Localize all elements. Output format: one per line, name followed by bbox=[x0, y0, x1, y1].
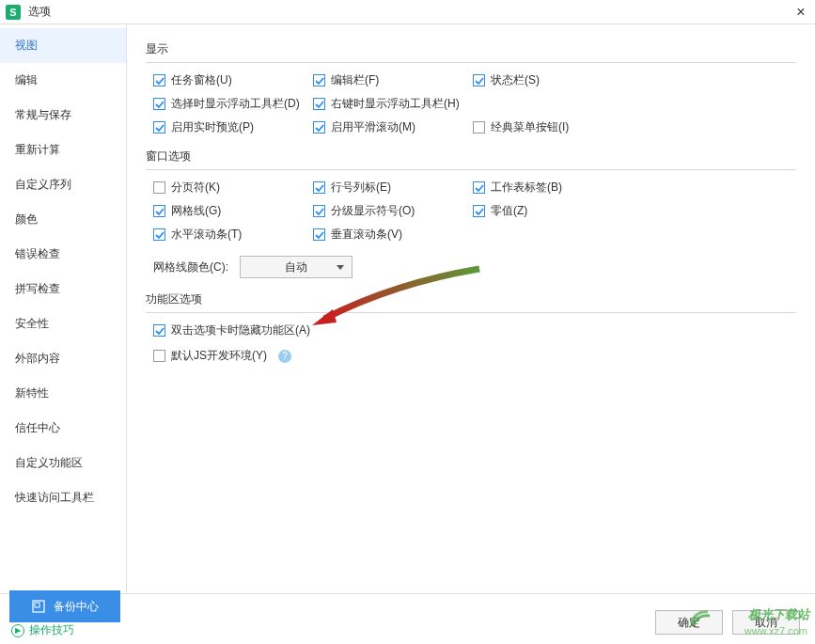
display-checkbox-3[interactable] bbox=[153, 98, 165, 110]
content-panel: 显示 任务窗格(U)编辑栏(F)状态栏(S)选择时显示浮动工具栏(D)右键时显示… bbox=[127, 24, 815, 593]
sidebar-item-7[interactable]: 拼写检查 bbox=[0, 272, 126, 306]
function-row-1: 默认JS开发环境(Y)? bbox=[146, 348, 796, 364]
window-checkbox-3[interactable] bbox=[153, 205, 165, 217]
cancel-button[interactable]: 取消 bbox=[732, 610, 800, 635]
display-row-7: 启用平滑滚动(M) bbox=[313, 119, 473, 135]
backup-icon bbox=[31, 599, 46, 614]
gridline-color-label: 网格线颜色(C): bbox=[153, 259, 228, 275]
display-label-3[interactable]: 选择时显示浮动工具栏(D) bbox=[171, 96, 300, 112]
display-label-6[interactable]: 启用实时预览(P) bbox=[171, 119, 254, 135]
display-checkbox-1[interactable] bbox=[313, 74, 325, 86]
window-label-0[interactable]: 分页符(K) bbox=[171, 180, 220, 196]
svg-rect-2 bbox=[35, 603, 39, 607]
app-icon: S bbox=[6, 5, 21, 20]
window-row-2: 工作表标签(B) bbox=[473, 180, 633, 196]
display-checkbox-0[interactable] bbox=[153, 74, 165, 86]
sidebar-item-9[interactable]: 外部内容 bbox=[0, 341, 126, 376]
sidebar-item-6[interactable]: 错误检查 bbox=[0, 237, 126, 272]
window-checkbox-5[interactable] bbox=[473, 205, 485, 217]
window-checkbox-0[interactable] bbox=[153, 181, 165, 194]
group-display-title: 显示 bbox=[146, 41, 796, 63]
window-checkbox-6[interactable] bbox=[153, 228, 165, 241]
window-label-7[interactable]: 垂直滚动条(V) bbox=[331, 227, 402, 243]
window-label-3[interactable]: 网格线(G) bbox=[171, 203, 221, 219]
display-checkbox-6[interactable] bbox=[153, 121, 165, 134]
group-window-title: 窗口选项 bbox=[146, 149, 796, 170]
tips-label: 操作技巧 bbox=[29, 622, 74, 638]
display-row-6: 启用实时预览(P) bbox=[153, 119, 313, 135]
sidebar: 视图编辑常规与保存重新计算自定义序列颜色错误检查拼写检查安全性外部内容新特性信任… bbox=[0, 24, 127, 593]
sidebar-item-8[interactable]: 安全性 bbox=[0, 306, 126, 341]
sidebar-item-11[interactable]: 信任中心 bbox=[0, 411, 126, 446]
window-label-5[interactable]: 零值(Z) bbox=[491, 203, 527, 219]
display-row-8: 经典菜单按钮(I) bbox=[473, 119, 633, 135]
sidebar-item-1[interactable]: 编辑 bbox=[0, 63, 126, 98]
window-row-6: 水平滚动条(T) bbox=[153, 227, 313, 243]
display-checkbox-2[interactable] bbox=[473, 74, 485, 86]
titlebar: S 选项 × bbox=[0, 0, 815, 24]
sidebar-item-5[interactable]: 颜色 bbox=[0, 202, 126, 237]
sidebar-item-13[interactable]: 快速访问工具栏 bbox=[0, 480, 126, 515]
window-checkbox-4[interactable] bbox=[313, 205, 325, 217]
sidebar-item-0[interactable]: 视图 bbox=[0, 28, 126, 63]
backup-center-button[interactable]: 备份中心 bbox=[9, 590, 120, 622]
window-row-7: 垂直滚动条(V) bbox=[313, 227, 473, 243]
ok-button[interactable]: 确定 bbox=[655, 610, 723, 635]
sidebar-item-12[interactable]: 自定义功能区 bbox=[0, 446, 126, 480]
display-grid: 任务窗格(U)编辑栏(F)状态栏(S)选择时显示浮动工具栏(D)右键时显示浮动工… bbox=[146, 72, 796, 135]
action-buttons: 确定 取消 bbox=[655, 610, 800, 635]
display-label-1[interactable]: 编辑栏(F) bbox=[331, 72, 379, 88]
display-label-0[interactable]: 任务窗格(U) bbox=[171, 72, 232, 88]
function-label-0[interactable]: 双击选项卡时隐藏功能区(A) bbox=[171, 322, 310, 338]
window-row-0: 分页符(K) bbox=[153, 180, 313, 196]
gridline-color-dropdown[interactable]: 自动 bbox=[240, 256, 353, 278]
display-label-8[interactable]: 经典菜单按钮(I) bbox=[491, 119, 569, 135]
gridline-color-row: 网格线颜色(C): 自动 bbox=[146, 256, 796, 278]
display-checkbox-7[interactable] bbox=[313, 121, 325, 134]
function-label-1[interactable]: 默认JS开发环境(Y) bbox=[171, 348, 267, 364]
help-icon[interactable]: ? bbox=[278, 350, 291, 363]
function-row-0: 双击选项卡时隐藏功能区(A) bbox=[146, 322, 796, 338]
sidebar-item-4[interactable]: 自定义序列 bbox=[0, 167, 126, 202]
display-checkbox-4[interactable] bbox=[313, 98, 325, 110]
display-row-0: 任务窗格(U) bbox=[153, 72, 313, 88]
function-checkbox-1[interactable] bbox=[153, 350, 165, 362]
window-title: 选项 bbox=[28, 4, 787, 20]
sidebar-item-3[interactable]: 重新计算 bbox=[0, 133, 126, 167]
tips-link[interactable]: ▶ 操作技巧 bbox=[11, 622, 74, 638]
window-row-3: 网格线(G) bbox=[153, 203, 313, 219]
window-grid: 分页符(K)行号列标(E)工作表标签(B)网格线(G)分级显示符号(O)零值(Z… bbox=[146, 180, 796, 243]
display-row-3: 选择时显示浮动工具栏(D) bbox=[153, 96, 313, 112]
display-label-7[interactable]: 启用平滑滚动(M) bbox=[331, 119, 415, 135]
display-label-2[interactable]: 状态栏(S) bbox=[491, 72, 540, 88]
window-label-6[interactable]: 水平滚动条(T) bbox=[171, 227, 242, 243]
display-row-4: 右键时显示浮动工具栏(H) bbox=[313, 96, 473, 112]
dropdown-value: 自动 bbox=[241, 259, 352, 275]
window-row-1: 行号列标(E) bbox=[313, 180, 473, 196]
close-button[interactable]: × bbox=[787, 0, 815, 24]
display-row-1: 编辑栏(F) bbox=[313, 72, 473, 88]
function-checkbox-0[interactable] bbox=[153, 324, 165, 337]
bottom-bar: 备份中心 ▶ 操作技巧 确定 取消 极光下载站 www.xz7.com bbox=[0, 593, 815, 644]
display-label-4[interactable]: 右键时显示浮动工具栏(H) bbox=[331, 96, 460, 112]
window-label-2[interactable]: 工作表标签(B) bbox=[491, 180, 562, 196]
display-checkbox-8[interactable] bbox=[473, 121, 485, 134]
window-row-5: 零值(Z) bbox=[473, 203, 633, 219]
main-area: 视图编辑常规与保存重新计算自定义序列颜色错误检查拼写检查安全性外部内容新特性信任… bbox=[0, 24, 815, 593]
window-label-1[interactable]: 行号列标(E) bbox=[331, 180, 391, 196]
window-checkbox-1[interactable] bbox=[313, 181, 325, 194]
display-row-2: 状态栏(S) bbox=[473, 72, 633, 88]
window-checkbox-2[interactable] bbox=[473, 181, 485, 194]
chevron-down-icon bbox=[337, 265, 344, 270]
backup-label: 备份中心 bbox=[54, 599, 99, 615]
play-icon: ▶ bbox=[11, 624, 24, 637]
sidebar-item-2[interactable]: 常规与保存 bbox=[0, 98, 126, 133]
group-function-title: 功能区选项 bbox=[146, 291, 796, 313]
sidebar-item-10[interactable]: 新特性 bbox=[0, 376, 126, 411]
window-row-4: 分级显示符号(O) bbox=[313, 203, 473, 219]
window-label-4[interactable]: 分级显示符号(O) bbox=[331, 203, 415, 219]
window-checkbox-7[interactable] bbox=[313, 228, 325, 241]
function-group: 双击选项卡时隐藏功能区(A)默认JS开发环境(Y)? bbox=[146, 322, 796, 364]
